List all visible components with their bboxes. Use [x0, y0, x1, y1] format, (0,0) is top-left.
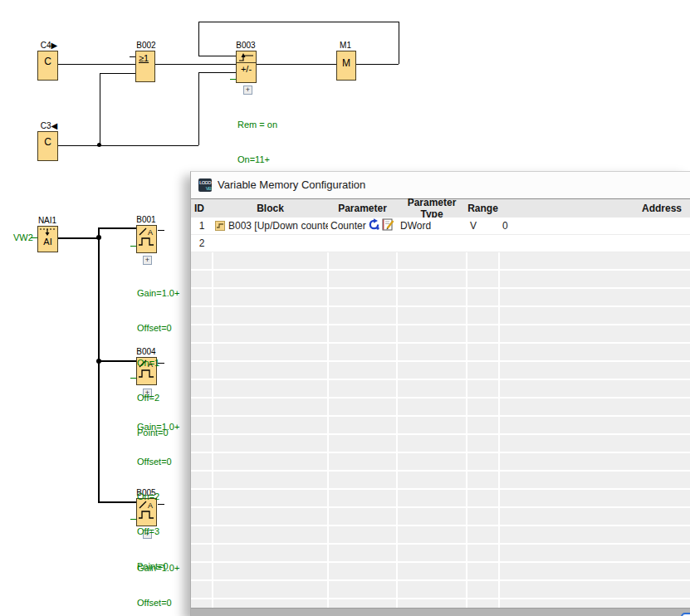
param-text-B005: Gain=1.0+ Offset=0 On=3 Off=4 Point=0	[137, 539, 179, 616]
wire-segment	[198, 72, 236, 73]
param-line: Offset=0	[137, 597, 179, 609]
update-reference-icon[interactable]	[368, 218, 380, 233]
dialog-titlebar[interactable]: LOGO VB Variable Memory Configuration	[191, 172, 690, 198]
param-line: Off=3	[137, 526, 179, 537]
cell-range: V	[467, 220, 499, 232]
wire-segment	[100, 73, 100, 145]
param-line: Gain=1.0+	[137, 421, 179, 433]
cell-id: 1	[191, 220, 213, 232]
param-line: Offset=0	[137, 322, 179, 334]
feedback-wire	[198, 22, 399, 22]
cell-id: 2	[191, 237, 213, 249]
cell-address: 0	[499, 220, 690, 232]
feedback-wire	[198, 22, 199, 56]
cell-block-text: B003 [Up/Down counter]	[228, 220, 328, 232]
logo-icon-text: LOGO	[199, 180, 211, 185]
table-row[interactable]: 2	[191, 235, 690, 252]
block-B001[interactable]: A	[136, 225, 157, 253]
block-label-NAI1: NAI1	[29, 216, 66, 225]
network-input-icon	[39, 227, 56, 237]
cell-block: B003 [Up/Down counter]	[213, 220, 328, 232]
block-label-C3: C3◀	[31, 121, 67, 130]
block-mini-icon	[215, 221, 225, 231]
block-B003[interactable]: +/-	[236, 51, 257, 83]
param-pin-stub	[130, 378, 136, 379]
analog-wire	[98, 360, 136, 362]
block-label-M1: M1	[327, 41, 364, 50]
param-line: On=1	[137, 357, 179, 369]
wire-segment	[356, 64, 399, 65]
counter-symbol: C	[38, 56, 57, 67]
or-gate-symbol: ≥1	[139, 53, 149, 63]
counter-symbol: C	[38, 136, 57, 148]
empty-grid-area	[191, 252, 690, 609]
analog-wire	[98, 227, 136, 229]
cell-parameter-type: DWord	[397, 220, 467, 232]
junction-dot	[96, 235, 101, 240]
cell-parameter-text: Counter	[330, 220, 366, 232]
block-label-B001: B001	[128, 215, 164, 224]
column-header-parameter[interactable]: Parameter	[328, 203, 397, 214]
flag-symbol: M	[337, 57, 355, 69]
wire-segment	[257, 64, 336, 65]
analog-input-symbol: AI	[38, 237, 57, 247]
focused-button-fragment[interactable]	[681, 613, 690, 616]
analog-threshold-icon: A	[137, 227, 156, 249]
table-body: 1 B003 [Up/Down counter] Counter DWord V…	[191, 218, 690, 609]
block-label-B002: B002	[128, 41, 164, 50]
network-source-label: VW2	[13, 232, 33, 242]
column-header-id[interactable]: ID	[191, 203, 213, 214]
column-gridline	[466, 252, 467, 609]
table-header: ID Block Parameter Parameter Type Range …	[191, 198, 690, 218]
svg-text:A: A	[148, 228, 153, 237]
edit-parameter-icon[interactable]	[382, 218, 394, 233]
column-gridline	[327, 252, 329, 609]
block-B002[interactable]: ≥1	[135, 51, 155, 82]
block-label-C4: C4▶	[31, 41, 67, 50]
param-pin-stub	[230, 79, 236, 80]
wire-segment	[198, 72, 199, 145]
param-line: On=11+	[237, 154, 277, 165]
updown-symbol: +/-	[237, 64, 256, 74]
output-stub	[158, 230, 164, 231]
block-label-B003: B003	[228, 41, 264, 50]
analog-wire	[98, 501, 136, 503]
column-header-block[interactable]: Block	[213, 203, 328, 214]
column-gridline	[396, 252, 398, 609]
param-line: Gain=1.0+	[137, 287, 179, 299]
param-line: Offset=0	[137, 456, 179, 467]
app-window: C4▶ B002 B003 M1 C3◀ NAI1 B001 B004 B005…	[0, 0, 690, 616]
cell-parameter: Counter	[328, 218, 397, 233]
logo-app-icon: LOGO VB	[198, 178, 212, 192]
param-line: Gain=1.0+	[137, 562, 179, 574]
column-header-parameter-type[interactable]: Parameter Type	[397, 197, 467, 220]
expand-params-button[interactable]: +	[243, 86, 252, 95]
wire-segment	[100, 73, 135, 74]
param-pin-stub	[130, 246, 136, 247]
wire-segment	[155, 64, 236, 65]
analog-wire	[58, 237, 99, 239]
param-line: Rem = on	[237, 119, 277, 130]
feedback-wire	[399, 22, 399, 64]
block-divider	[237, 62, 256, 63]
column-header-range[interactable]: Range	[467, 203, 499, 214]
logo-icon-text: VB	[206, 186, 211, 191]
column-gridline	[212, 252, 213, 609]
dialog-bottom-bar	[191, 608, 690, 616]
count-up-icon	[237, 52, 255, 62]
junction-dot	[97, 143, 101, 147]
block-C4[interactable]: C	[37, 51, 58, 81]
block-M1[interactable]: M	[336, 51, 356, 81]
param-pin-stub	[130, 519, 136, 520]
column-gridline	[498, 252, 500, 609]
analog-wire	[98, 227, 100, 502]
param-line: On=2	[137, 491, 179, 502]
column-header-address[interactable]: Address	[499, 203, 690, 214]
wire-segment	[58, 145, 198, 146]
input-stub	[130, 56, 135, 57]
variable-memory-configuration-dialog: LOGO VB Variable Memory Configuration ID…	[190, 171, 690, 616]
block-C3[interactable]: C	[37, 131, 58, 161]
table-row[interactable]: 1 B003 [Up/Down counter] Counter DWord V…	[191, 218, 690, 235]
junction-dot	[96, 359, 101, 364]
block-NAI1[interactable]: AI	[37, 226, 58, 252]
